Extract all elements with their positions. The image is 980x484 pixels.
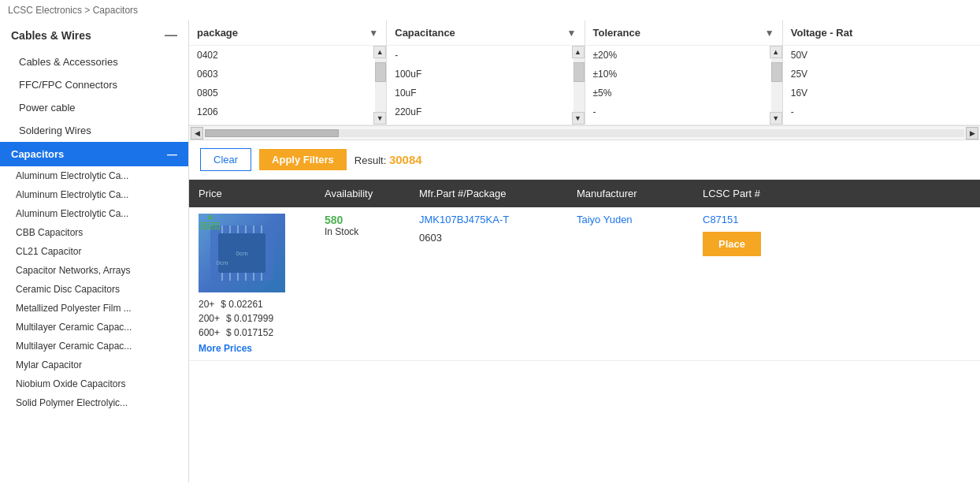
filter-capacitance: Capacitance ▼ ▲ - 100uF 10uF 220uF 47uF …	[387, 20, 585, 125]
h-scroll-thumb	[205, 129, 339, 137]
price-block: 20+ $ 0.02261 200+ $ 0.017999 600+ $ 0.0…	[199, 297, 306, 354]
right-panel: package ▼ ▲ 0402 0603 0805 1206 0201 ▼	[189, 20, 980, 482]
filter-tolerance-list: ±20% ±10% ±5% - ±0.25pF	[585, 46, 782, 125]
filter-cap-item-10uf[interactable]: 10uF	[387, 84, 571, 102]
filter-package-item-0201[interactable]: 0201	[189, 121, 373, 125]
filter-package-item-0603[interactable]: 0603	[189, 65, 373, 84]
filter-cap-item-100uf[interactable]: 100uF	[387, 65, 571, 84]
filter-tol-item-10[interactable]: ±10%	[585, 65, 770, 84]
filter-package-item-1206[interactable]: 1206	[189, 102, 373, 121]
h-scroll-left-btn[interactable]: ◀	[191, 127, 203, 140]
clear-button[interactable]: Clear	[200, 148, 251, 171]
price-val-0: $ 0.02261	[221, 299, 262, 310]
sidebar-item-soldering-wires[interactable]: Soldering Wires	[0, 119, 188, 142]
sidebar-sub-cat-7[interactable]: Metallized Polyester Film ...	[0, 299, 188, 318]
filter-package-item-0805[interactable]: 0805	[189, 84, 373, 102]
part-number-link[interactable]: JMK107BJ475KA-T	[419, 214, 509, 225]
table-header-row: Price Availability Mfr.Part #/Package Ma…	[189, 180, 980, 207]
price-row-2: 600+ $ 0.017152	[199, 326, 306, 340]
sidebar-sub-cat-1[interactable]: Aluminum Electrolytic Ca...	[0, 185, 188, 204]
filter-tolerance-list-container: ▲ ±20% ±10% ±5% - ±0.25pF ▼	[585, 46, 782, 125]
sidebar-sub-cat-5[interactable]: Capacitor Networks, Arrays	[0, 261, 188, 280]
availability-count: 580	[325, 214, 400, 226]
results-table: Price Availability Mfr.Part #/Package Ma…	[189, 180, 980, 361]
sidebar-sub-cat-0[interactable]: Aluminum Electrolytic Ca...	[0, 166, 188, 185]
filter-package-item-0402[interactable]: 0402	[189, 46, 373, 65]
sidebar-sub-cat-2[interactable]: Aluminum Electrolytic Ca...	[0, 204, 188, 223]
product-image-svg: 0cm 0cm	[206, 222, 277, 285]
result-count: 30084	[389, 153, 422, 166]
sidebar-category-cables-wires[interactable]: Cables & Wires —	[0, 20, 188, 50]
tolerance-chevron-icon: ▼	[765, 28, 774, 39]
sidebar-sub-cat-6[interactable]: Ceramic Disc Capacitors	[0, 280, 188, 299]
horizontal-scrollbar: ◀ ▶	[189, 125, 980, 140]
capacitance-scrollbar-thumb	[574, 62, 585, 82]
filter-package-list-container: ▲ 0402 0603 0805 1206 0201 ▼	[189, 46, 386, 125]
price-val-1: $ 0.017999	[226, 313, 273, 324]
filter-tol-item-20[interactable]: ±20%	[585, 46, 770, 65]
collapse-icon: —	[165, 28, 177, 43]
filter-volt-item-10v[interactable]: 10V	[783, 121, 980, 125]
sidebar-item-cables-accessories[interactable]: Cables & Accessories	[0, 50, 188, 73]
collapse-active-icon: —	[167, 148, 177, 160]
svg-text:0cm: 0cm	[236, 250, 247, 257]
filter-tol-item-025[interactable]: ±0.25pF	[585, 121, 770, 125]
sidebar-sub-cat-8[interactable]: Multilayer Ceramic Capac...	[0, 318, 188, 337]
lcsc-part-link[interactable]: C87151	[703, 214, 739, 225]
tolerance-scroll-down-btn[interactable]: ▼	[770, 112, 782, 125]
more-prices-link[interactable]: More Prices	[199, 343, 306, 354]
place-button[interactable]: Place	[703, 232, 761, 256]
in-stock-label: In Stock	[325, 226, 400, 237]
capacitance-scroll-up-btn[interactable]: ▲	[572, 46, 585, 58]
sidebar-sub-cat-9[interactable]: Multilayer Ceramic Capac...	[0, 337, 188, 356]
filter-tolerance-header: Tolerance ▼	[585, 20, 782, 46]
package-scroll-down-btn[interactable]: ▼	[373, 112, 386, 125]
filter-package-header: package ▼	[189, 20, 386, 46]
filter-voltage-header: Voltage - Rat	[783, 20, 980, 46]
filter-tol-item-5[interactable]: ±5%	[585, 84, 770, 102]
manufacturer-link[interactable]: Taiyo Yuden	[577, 214, 633, 225]
capacitance-scroll-down-btn[interactable]: ▼	[572, 112, 585, 125]
table-row: 0cm 0cm ♻ RoHS	[189, 207, 980, 361]
col-header-availability: Availability	[315, 180, 410, 207]
lcsc-part-cell: C87151 Place	[693, 207, 980, 361]
tolerance-scrollbar-thumb	[771, 62, 782, 82]
package-scroll-up-btn[interactable]: ▲	[373, 46, 386, 58]
sidebar-item-ffc-fpc[interactable]: FFC/FPC Connectors	[0, 73, 188, 96]
actions-bar: Clear Apply Filters Result: 30084	[189, 140, 980, 180]
filter-volt-item-dash[interactable]: -	[783, 102, 980, 121]
col-header-price: Price	[189, 180, 315, 207]
sidebar-item-power-cable[interactable]: Power cable	[0, 96, 188, 119]
price-val-2: $ 0.017152	[226, 327, 273, 338]
price-row-1: 200+ $ 0.017999	[199, 311, 306, 326]
sidebar-sub-cat-10[interactable]: Mylar Capacitor	[0, 356, 188, 374]
filter-volt-item-50v[interactable]: 50V	[783, 46, 980, 65]
package-chevron-icon: ▼	[369, 28, 378, 39]
package-scrollbar-thumb	[375, 62, 386, 82]
filter-volt-item-16v[interactable]: 16V	[783, 84, 980, 102]
filter-cap-item-dash[interactable]: -	[387, 46, 571, 65]
filter-tol-item-dash[interactable]: -	[585, 102, 770, 121]
filter-package-list: 0402 0603 0805 1206 0201	[189, 46, 386, 125]
result-label: Result: 30084	[355, 153, 422, 166]
sidebar-sub-categories: Aluminum Electrolytic Ca... Aluminum Ele…	[0, 166, 188, 412]
filter-volt-item-25v[interactable]: 25V	[783, 65, 980, 84]
sidebar-sub-cat-11[interactable]: Niobium Oxide Capacitors	[0, 374, 188, 393]
package-code: 0603	[419, 232, 558, 244]
svg-text:0cm: 0cm	[216, 259, 228, 266]
sidebar-sub-cat-12[interactable]: Solid Polymer Electrolyic...	[0, 393, 188, 412]
filter-voltage-list: 50V 25V 16V - 10V	[783, 46, 980, 125]
filter-cap-item-47uf[interactable]: 47uF	[387, 121, 571, 125]
tolerance-scroll-up-btn[interactable]: ▲	[770, 46, 782, 58]
apply-filters-button[interactable]: Apply Filters	[259, 149, 347, 170]
product-thumbnail-wrapper: 0cm 0cm ♻ RoHS	[199, 214, 306, 292]
filter-capacitance-list-container: ▲ - 100uF 10uF 220uF 47uF ▼	[387, 46, 584, 125]
h-scroll-right-btn[interactable]: ▶	[966, 127, 978, 140]
sidebar-sub-cat-3[interactable]: CBB Capacitors	[0, 223, 188, 242]
filter-capacitance-header: Capacitance ▼	[387, 20, 584, 46]
sidebar-sub-cat-4[interactable]: CL21 Capacitor	[0, 242, 188, 261]
filter-cap-item-220uf[interactable]: 220uF	[387, 102, 571, 121]
sidebar-item-capacitors[interactable]: Capacitors —	[0, 142, 188, 166]
col-header-lcsc-part: LCSC Part #	[693, 180, 980, 207]
col-header-mfr-part: Mfr.Part #/Package	[410, 180, 567, 207]
